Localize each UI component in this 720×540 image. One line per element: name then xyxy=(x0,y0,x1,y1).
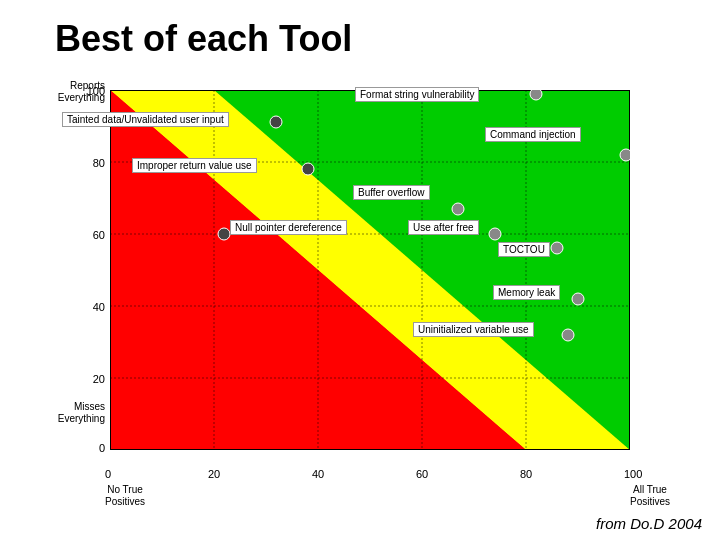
label-command-injection: Command injection xyxy=(485,127,581,142)
from-credit: from Do.D 2004 xyxy=(596,515,702,532)
label-uninit-variable: Uninitialized variable use xyxy=(413,322,534,337)
svg-point-25 xyxy=(562,329,574,341)
svg-point-17 xyxy=(620,149,630,161)
y-label-0: 0 xyxy=(75,442,105,454)
x-label-20: 20 xyxy=(208,468,220,480)
chart-svg xyxy=(110,90,630,450)
x-right-label: All TruePositives xyxy=(630,484,670,508)
svg-point-20 xyxy=(452,203,464,215)
x-left-label: No TruePositives xyxy=(105,484,145,508)
label-tainted-data: Tainted data/Unvalidated user input xyxy=(62,112,229,127)
chart-container: 100 80 60 40 20 0 0 20 40 60 80 100 Repo… xyxy=(110,70,670,460)
y-label-80: 80 xyxy=(75,157,105,169)
label-improper-return: Improper return value use xyxy=(132,158,257,173)
x-label-60: 60 xyxy=(416,468,428,480)
y-bottom-label: MissesEverything xyxy=(25,401,105,425)
svg-point-22 xyxy=(489,228,501,240)
label-use-after-free: Use after free xyxy=(408,220,479,235)
y-label-40: 40 xyxy=(75,301,105,313)
svg-point-23 xyxy=(551,242,563,254)
y-label-20: 20 xyxy=(75,373,105,385)
label-memory-leak: Memory leak xyxy=(493,285,560,300)
label-null-pointer: Null pointer dereference xyxy=(230,220,347,235)
x-label-100: 100 xyxy=(624,468,642,480)
x-label-80: 80 xyxy=(520,468,532,480)
x-label-40: 40 xyxy=(312,468,324,480)
svg-point-16 xyxy=(530,90,542,100)
y-top-label: ReportsEverything xyxy=(25,80,105,104)
label-toctou: TOCTOU xyxy=(498,242,550,257)
svg-point-19 xyxy=(302,163,314,175)
svg-point-18 xyxy=(270,116,282,128)
label-buffer-overflow: Buffer overflow xyxy=(353,185,430,200)
svg-point-21 xyxy=(218,228,230,240)
label-format-string: Format string vulnerability xyxy=(355,87,479,102)
x-label-0: 0 xyxy=(105,468,111,480)
y-label-60: 60 xyxy=(75,229,105,241)
svg-point-24 xyxy=(572,293,584,305)
page-title: Best of each Tool xyxy=(55,18,352,60)
